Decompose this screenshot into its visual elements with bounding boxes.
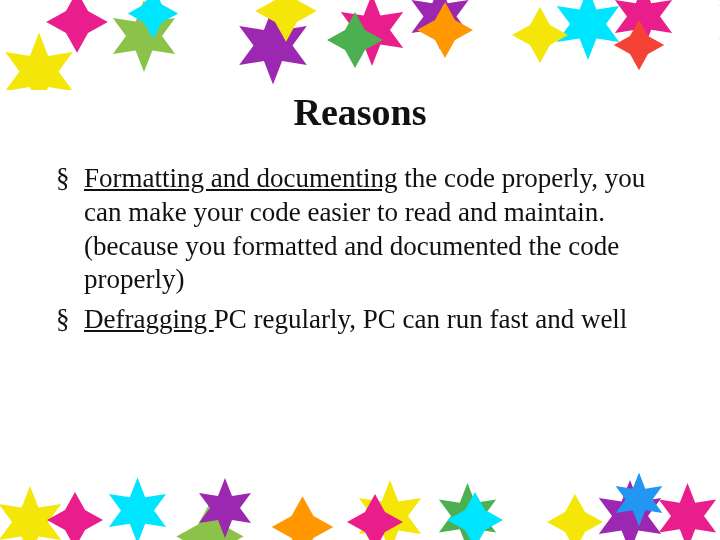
slide-content: Reasons Formatting and documenting the c… <box>36 90 684 343</box>
bullet-item: Defragging PC regularly, PC can run fast… <box>56 303 684 337</box>
bullet-item: Formatting and documenting the code prop… <box>56 162 684 297</box>
slide-title: Reasons <box>36 90 684 134</box>
bullet-lead: Defragging <box>84 304 214 334</box>
bullet-lead: Formatting and documenting <box>84 163 397 193</box>
decorative-border-bottom <box>0 450 720 540</box>
bullet-list: Formatting and documenting the code prop… <box>36 162 684 337</box>
bullet-rest: PC regularly, PC can run fast and well <box>214 304 628 334</box>
decorative-border-top <box>0 0 720 90</box>
